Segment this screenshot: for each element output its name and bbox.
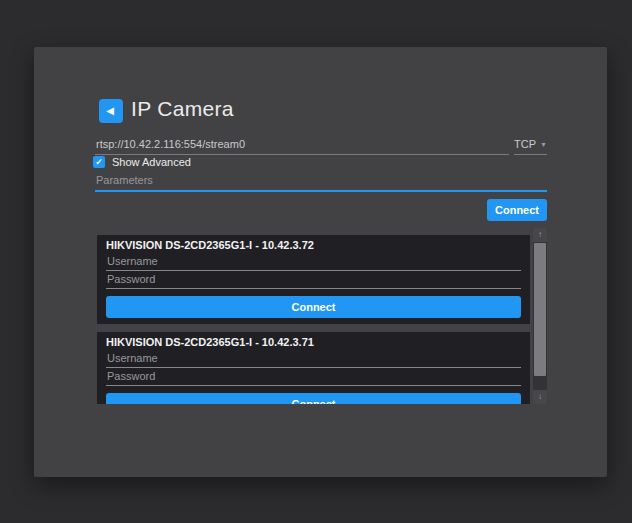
scroll-up-icon: ↑	[538, 230, 542, 239]
check-icon: ✓	[95, 157, 103, 167]
parameters-input[interactable]	[95, 173, 547, 192]
page-title: IP Camera	[131, 97, 234, 121]
checkbox-checked[interactable]: ✓	[93, 156, 105, 168]
scroll-down-icon: ↓	[538, 392, 542, 401]
device-connect-button[interactable]: Connect	[106, 393, 521, 404]
back-arrow-icon: ◀	[106, 99, 114, 123]
device-connect-button[interactable]: Connect	[106, 296, 521, 318]
device-card: HIKVISION DS-2CD2365G1-I - 10.42.3.72 Co…	[97, 235, 530, 324]
device-name: HIKVISION DS-2CD2365G1-I - 10.42.3.71	[106, 335, 521, 349]
discovered-devices-list: HIKVISION DS-2CD2365G1-I - 10.42.3.72 Co…	[97, 233, 530, 404]
app-background: { "header": { "title": "IP Camera" }, "i…	[0, 0, 632, 523]
scrollbar-thumb[interactable]	[534, 243, 546, 376]
password-field[interactable]	[106, 368, 521, 386]
ip-camera-dialog: ◀ IP Camera TCP ▼ ✓ Show Advanced Connec…	[34, 47, 607, 477]
username-field[interactable]	[106, 350, 521, 368]
scroll-down-button[interactable]: ↓	[533, 390, 547, 404]
device-name: HIKVISION DS-2CD2365G1-I - 10.42.3.72	[106, 238, 521, 252]
connect-button[interactable]: Connect	[487, 199, 547, 221]
scroll-up-button[interactable]: ↑	[533, 228, 547, 242]
back-button[interactable]: ◀	[99, 99, 123, 123]
rtsp-url-input[interactable]	[95, 136, 509, 155]
username-field[interactable]	[106, 253, 521, 271]
show-advanced-toggle[interactable]: ✓ Show Advanced	[93, 156, 191, 168]
transport-selected-value: TCP	[514, 138, 536, 150]
transport-dropdown[interactable]: TCP ▼	[514, 136, 547, 155]
show-advanced-label: Show Advanced	[112, 156, 191, 168]
chevron-down-icon: ▼	[540, 140, 547, 148]
password-field[interactable]	[106, 271, 521, 289]
list-scrollbar[interactable]: ↑ ↓	[533, 228, 547, 404]
device-card: HIKVISION DS-2CD2365G1-I - 10.42.3.71 Co…	[97, 332, 530, 404]
